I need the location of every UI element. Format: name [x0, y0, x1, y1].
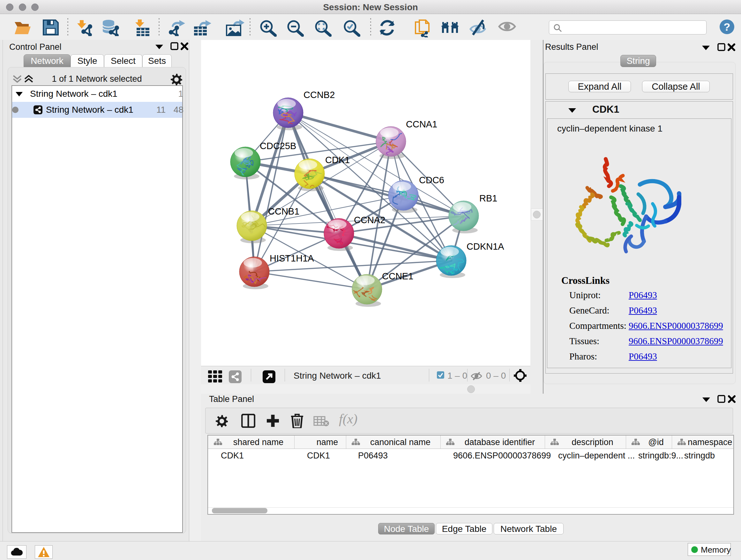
svg-text:RB1: RB1 — [479, 193, 497, 203]
svg-text:HIST1H1A: HIST1H1A — [270, 253, 314, 263]
svg-text:CDC25B: CDC25B — [260, 141, 296, 151]
svg-text:?: ? — [724, 21, 731, 33]
svg-text:CCNA2: CCNA2 — [354, 215, 385, 225]
svg-text:CCNB2: CCNB2 — [304, 90, 335, 100]
svg-text:CDK1: CDK1 — [325, 155, 350, 165]
svg-text:CCNB1: CCNB1 — [268, 206, 299, 216]
svg-text:CCNA1: CCNA1 — [406, 119, 437, 129]
svg-text:CCNE1: CCNE1 — [382, 271, 413, 281]
svg-text:CDKN1A: CDKN1A — [467, 241, 504, 252]
svg-text:CDC6: CDC6 — [419, 175, 444, 185]
